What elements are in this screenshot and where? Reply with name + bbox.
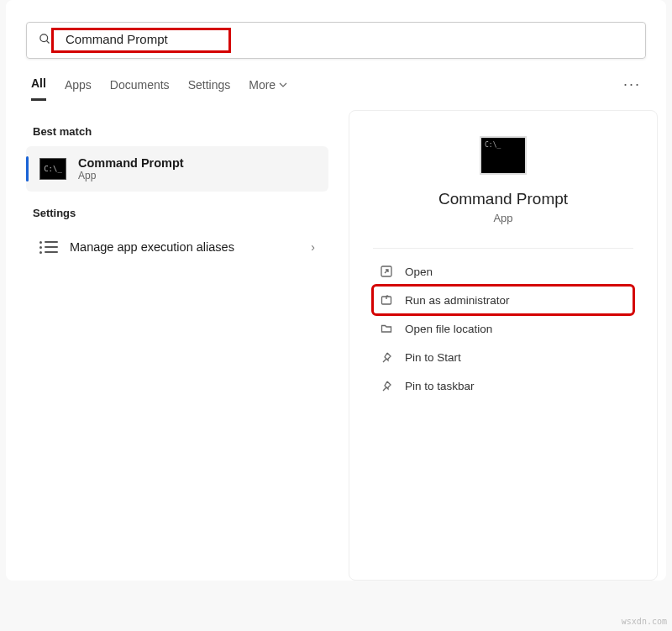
filter-tabs: All Apps Documents Settings More ··· [6,59,666,107]
folder-icon [380,322,393,335]
shield-icon [380,293,393,307]
preview-subtitle: App [373,212,633,224]
action-pin-to-taskbar[interactable]: Pin to taskbar [373,371,633,400]
open-icon [380,265,393,278]
chevron-down-icon [279,81,287,89]
divider [373,248,633,249]
list-settings-icon [39,238,58,256]
search-highlight [51,28,231,53]
pin-icon [380,350,393,364]
action-label: Open [405,266,433,278]
action-run-as-administrator[interactable]: Run as administrator [373,286,633,314]
action-label: Pin to taskbar [405,380,475,392]
search-panel: All Apps Documents Settings More ··· Bes… [6,0,666,581]
more-options-button[interactable]: ··· [623,76,641,102]
search-icon [39,33,51,49]
search-bar[interactable] [26,22,646,59]
svg-line-1 [46,40,49,43]
tab-more-label: More [249,78,276,92]
result-title: Manage app execution aliases [70,240,234,254]
section-settings: Settings [26,192,328,228]
section-best-match: Best match [26,110,328,146]
results-column: Best match C:\_ Command Prompt App Setti… [26,110,328,581]
action-label: Run as administrator [405,294,510,307]
tab-settings[interactable]: Settings [188,78,231,100]
result-subtitle: App [78,170,184,181]
result-title: Command Prompt [78,156,184,170]
action-open-file-location[interactable]: Open file location [373,314,633,343]
search-input[interactable] [66,32,225,46]
tab-more[interactable]: More [249,78,287,100]
chevron-right-icon: › [311,240,315,254]
tab-apps[interactable]: Apps [65,78,92,100]
action-open[interactable]: Open [373,257,633,286]
command-prompt-icon-large: C:\_ [480,136,527,175]
action-label: Open file location [405,323,492,335]
result-manage-aliases[interactable]: Manage app execution aliases › [26,228,328,266]
watermark: wsxdn.com [622,617,667,626]
action-label: Pin to Start [405,351,461,364]
preview-pane: C:\_ Command Prompt App Open Run as admi… [349,110,658,581]
svg-point-0 [40,34,48,41]
preview-title: Command Prompt [373,190,633,208]
tab-documents[interactable]: Documents [110,78,170,100]
command-prompt-icon: C:\_ [39,158,66,180]
tab-all[interactable]: All [31,76,46,101]
pin-icon [380,379,393,392]
result-command-prompt[interactable]: C:\_ Command Prompt App [26,146,328,192]
action-pin-to-start[interactable]: Pin to Start [373,343,633,371]
